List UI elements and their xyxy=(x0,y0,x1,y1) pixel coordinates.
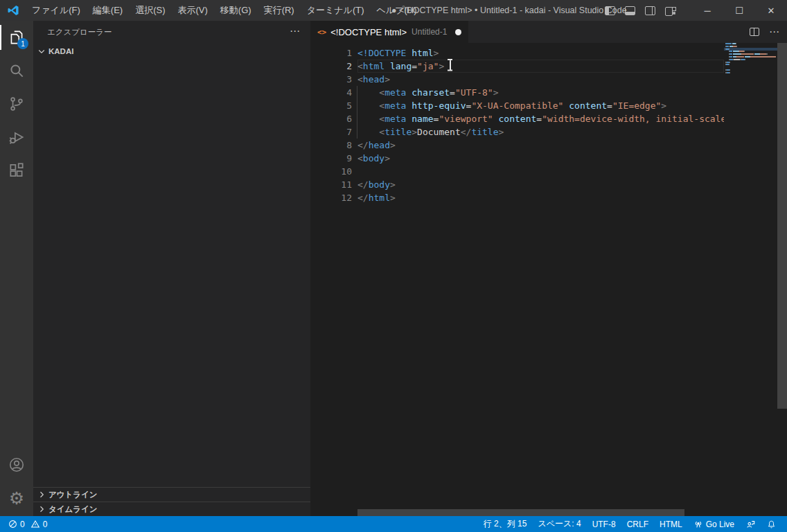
line-number[interactable]: 3 xyxy=(310,73,352,86)
toggle-panel-icon[interactable] xyxy=(625,6,635,15)
maximize-button[interactable]: ☐ xyxy=(723,0,755,21)
menu-go[interactable]: 移動(G) xyxy=(214,0,258,21)
toggle-secondary-sidebar-icon[interactable] xyxy=(645,6,655,15)
code-token: </ xyxy=(357,193,369,203)
unsaved-dot-icon[interactable] xyxy=(455,29,461,35)
indentation-setting[interactable]: スペース: 4 xyxy=(532,516,586,532)
line-number[interactable]: 10 xyxy=(310,165,352,178)
text-cursor-pointer xyxy=(447,59,453,71)
line-number[interactable]: 7 xyxy=(310,125,352,139)
vscode-logo-icon xyxy=(6,3,20,17)
minimap-line xyxy=(725,72,777,73)
line-number[interactable]: 12 xyxy=(310,191,352,204)
language-mode[interactable]: HTML xyxy=(654,516,688,532)
code-token: "width=device-width, initial-scale= xyxy=(542,114,724,124)
code-line-5[interactable]: <meta http-equiv="X-UA-Compatible" conte… xyxy=(357,99,724,112)
menu-terminal[interactable]: ターミナル(T) xyxy=(301,0,371,21)
code-line-3[interactable]: <head> xyxy=(357,73,724,86)
code-token: html xyxy=(412,48,433,58)
code-lines[interactable]: <!DOCTYPE html><html lang="ja"><head> <m… xyxy=(357,46,724,204)
toggle-sidebar-icon[interactable] xyxy=(605,6,615,15)
code-line-8[interactable]: </head> xyxy=(357,139,724,152)
tab-untitled-1[interactable]: <> <!DOCTYPE html> Untitled-1 xyxy=(310,21,468,43)
code-token: > xyxy=(661,100,666,111)
menu-edit[interactable]: 編集(E) xyxy=(87,0,129,21)
code-line-4[interactable]: <meta charset="UTF-8"> xyxy=(357,86,724,99)
problems-indicator[interactable]: 0 0 xyxy=(7,516,48,532)
code-token: </ xyxy=(357,179,369,190)
code-editor[interactable]: 123456789101112 <!DOCTYPE html><html lan… xyxy=(310,43,787,516)
menu-selection[interactable]: 選択(S) xyxy=(129,0,171,21)
code-token: > xyxy=(493,87,499,98)
line-number[interactable]: 9 xyxy=(310,152,352,165)
customize-layout-icon[interactable] xyxy=(665,6,676,15)
warning-count: 0 xyxy=(43,520,48,529)
split-editor-icon[interactable] xyxy=(750,28,759,36)
feedback-icon xyxy=(745,520,756,529)
code-token: meta xyxy=(384,87,406,98)
code-line-2[interactable]: <html lang="ja"> xyxy=(357,60,724,73)
code-token xyxy=(357,87,379,98)
settings-gear-icon[interactable]: ⚙ xyxy=(0,481,33,515)
code-token: < xyxy=(379,127,384,137)
minimize-button[interactable]: ─ xyxy=(691,0,723,21)
go-live-button[interactable]: Go Live xyxy=(688,516,740,532)
explorer-icon[interactable]: 1 xyxy=(0,21,33,54)
menu-view[interactable]: 表示(V) xyxy=(172,0,214,21)
editor-more-actions-icon[interactable]: ⋯ xyxy=(769,26,780,38)
line-number[interactable]: 5 xyxy=(310,99,352,112)
menu-run[interactable]: 実行(R) xyxy=(258,0,301,21)
vertical-scrollbar[interactable] xyxy=(777,43,787,409)
source-control-icon[interactable] xyxy=(0,87,33,121)
line-number[interactable]: 6 xyxy=(310,112,352,125)
code-line-10[interactable] xyxy=(357,165,724,178)
menu-file[interactable]: ファイル(F) xyxy=(26,0,87,21)
encoding-setting[interactable]: UTF-8 xyxy=(587,516,621,532)
code-token: < xyxy=(357,61,363,71)
line-number[interactable]: 4 xyxy=(310,86,352,99)
code-token: "UTF-8" xyxy=(455,87,493,98)
code-token xyxy=(357,100,379,111)
accounts-icon[interactable] xyxy=(0,448,33,481)
line-number[interactable]: 11 xyxy=(310,178,352,191)
line-number[interactable]: 8 xyxy=(310,139,352,152)
code-token: = xyxy=(607,100,612,111)
horizontal-scrollbar[interactable] xyxy=(357,509,684,516)
code-token: > xyxy=(384,153,390,163)
code-token: < xyxy=(379,87,384,98)
code-line-12[interactable]: </html> xyxy=(357,191,724,204)
sidebar-more-actions-icon[interactable]: ⋯ xyxy=(290,25,301,37)
line-number[interactable]: 1 xyxy=(310,46,352,60)
code-token: charset xyxy=(412,87,450,98)
code-token xyxy=(493,114,499,124)
code-line-6[interactable]: <meta name="viewport" content="width=dev… xyxy=(357,112,724,125)
timeline-section[interactable]: タイムライン xyxy=(33,502,310,516)
code-token: head xyxy=(363,74,384,85)
line-number[interactable]: 2 xyxy=(310,60,352,73)
run-debug-icon[interactable] xyxy=(0,121,33,154)
code-token: > xyxy=(434,48,439,58)
minimap-current-line xyxy=(724,48,777,51)
extensions-icon[interactable] xyxy=(0,154,33,187)
search-icon[interactable] xyxy=(0,54,33,87)
code-token: > xyxy=(390,179,396,190)
error-count: 0 xyxy=(20,520,25,529)
minimap-line xyxy=(725,64,777,65)
minimap-line xyxy=(725,53,777,55)
code-line-1[interactable]: <!DOCTYPE html> xyxy=(357,46,724,60)
code-token: > xyxy=(384,74,390,85)
code-token: meta xyxy=(384,100,406,111)
folder-section-kadai[interactable]: KADAI xyxy=(33,44,310,59)
feedback-button[interactable] xyxy=(740,516,761,532)
eol-setting[interactable]: CRLF xyxy=(621,516,654,532)
code-token: <!DOCTYPE xyxy=(357,48,406,58)
code-line-9[interactable]: <body> xyxy=(357,152,724,165)
close-button[interactable]: ✕ xyxy=(755,0,787,21)
code-token: < xyxy=(379,100,384,111)
code-line-7[interactable]: <title>Document</title> xyxy=(357,125,724,139)
cursor-position[interactable]: 行 2、列 15 xyxy=(478,516,533,532)
notifications-button[interactable] xyxy=(761,516,781,532)
outline-section[interactable]: アウトライン xyxy=(33,487,310,502)
code-line-11[interactable]: </body> xyxy=(357,178,724,191)
minimap[interactable] xyxy=(724,43,777,516)
